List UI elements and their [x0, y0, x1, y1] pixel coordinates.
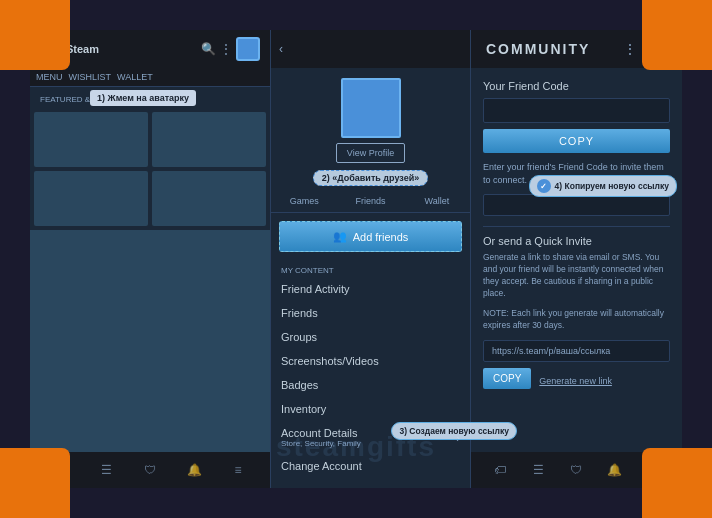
nav-icon-bell[interactable]: 🔔 [186, 462, 202, 478]
more-icon[interactable]: ⋮ [220, 42, 232, 56]
menu-item-badges[interactable]: Badges [271, 373, 470, 397]
copy-friend-code-button[interactable]: COPY [483, 129, 670, 153]
nav-icon-list[interactable]: ☰ [98, 462, 114, 478]
tab-games[interactable]: Games [271, 190, 337, 212]
add-friends-icon: 👥 [333, 230, 347, 243]
view-profile-button[interactable]: View Profile [336, 143, 405, 163]
community-more-icon[interactable]: ⋮ [623, 41, 637, 57]
featured-item-1 [34, 112, 148, 167]
middle-panel: ‹ View Profile 2) «Добавить друзей» Game… [270, 30, 470, 488]
copy-row: COPY Generate new link [483, 368, 670, 395]
menu-item-change-account[interactable]: Change Account [271, 454, 470, 478]
rnav-icon-tag[interactable]: 🏷 [492, 462, 508, 478]
back-button[interactable]: ‹ [271, 30, 470, 68]
menu-item-screenshots[interactable]: Screenshots/Videos [271, 349, 470, 373]
featured-item-2 [152, 112, 266, 167]
menu-item-friends[interactable]: Friends [271, 301, 470, 325]
featured-item-3 [34, 171, 148, 226]
tab-friends[interactable]: Friends [337, 190, 403, 212]
header-avatar[interactable] [236, 37, 260, 61]
steam-logo-text: Steam [66, 43, 99, 55]
step2-annotation: 2) «Добавить друзей» [313, 170, 428, 186]
add-friends-button[interactable]: 👥 Add friends [279, 221, 462, 252]
gift-corner-bottom-left [0, 448, 70, 518]
menu-item-friend-activity[interactable]: Friend Activity [271, 277, 470, 301]
nav-icon-menu[interactable]: ≡ [230, 462, 246, 478]
nav-icon-shield[interactable]: 🛡 [142, 462, 158, 478]
menu-item-inventory[interactable]: Inventory [271, 397, 470, 421]
note-text: NOTE: Each link you generate will automa… [483, 308, 670, 332]
community-content: Your Friend Code COPY Enter your friend'… [471, 68, 682, 452]
gift-corner-top-right [642, 0, 712, 70]
step4-text: 4) Копируем новую ссылку [555, 181, 669, 191]
rnav-icon-shield[interactable]: 🛡 [568, 462, 584, 478]
my-content-label: MY CONTENT [271, 260, 470, 277]
add-friends-label: Add friends [353, 231, 409, 243]
back-chevron: ‹ [279, 42, 283, 56]
invite-url-box: https://s.team/p/ваша/ссылка [483, 340, 670, 362]
steam-nav-icons: 🔍 ⋮ [201, 37, 260, 61]
gift-corner-bottom-right [642, 448, 712, 518]
profile-avatar-large[interactable] [341, 78, 401, 138]
enter-friend-code-input[interactable] [483, 194, 670, 216]
tab-wallet[interactable]: Wallet [404, 190, 470, 212]
copy-invite-button[interactable]: COPY [483, 368, 531, 389]
step4-annotation: ✓ 4) Копируем новую ссылку [529, 175, 677, 197]
check-icon: ✓ [537, 179, 551, 193]
step3-annotation: 3) Создаем новую ссылку [391, 422, 517, 440]
generate-new-link-button[interactable]: Generate new link [539, 376, 612, 386]
nav-menu[interactable]: MENU [36, 72, 63, 82]
quick-invite-title: Or send a Quick Invite [483, 235, 670, 247]
right-panel: COMMUNITY ⋮ Your Friend Code COPY Enter … [470, 30, 682, 488]
featured-grid [30, 108, 270, 230]
friend-code-title: Your Friend Code [483, 80, 670, 92]
menu-item-groups[interactable]: Groups [271, 325, 470, 349]
friend-code-input[interactable] [483, 98, 670, 123]
middle-tabs: Games Friends Wallet [271, 190, 470, 213]
divider [483, 226, 670, 227]
nav-wallet[interactable]: WALLET [117, 72, 153, 82]
quick-invite-text: Generate a link to share via email or SM… [483, 252, 670, 300]
rnav-icon-list[interactable]: ☰ [530, 462, 546, 478]
gift-corner-top-left [0, 0, 70, 70]
steam-nav: MENU WISHLIST WALLET [30, 68, 270, 87]
featured-item-4 [152, 171, 266, 226]
left-panel: Steam 🔍 ⋮ MENU WISHLIST WALLET 1) Жмем н… [30, 30, 270, 488]
nav-wishlist[interactable]: WISHLIST [69, 72, 112, 82]
community-title: COMMUNITY [486, 41, 615, 57]
search-icon[interactable]: 🔍 [201, 42, 216, 56]
left-content-area: FEATURED & RECOMMENDED [30, 87, 270, 452]
rnav-icon-bell[interactable]: 🔔 [607, 462, 623, 478]
step1-tooltip: 1) Жмем на аватарку [90, 90, 196, 106]
main-container: Steam 🔍 ⋮ MENU WISHLIST WALLET 1) Жмем н… [30, 30, 682, 488]
